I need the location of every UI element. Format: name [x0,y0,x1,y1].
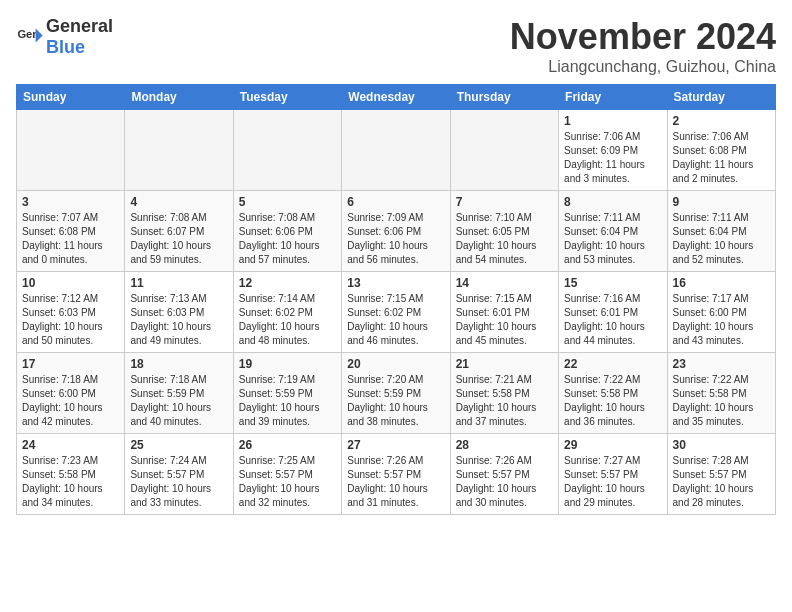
day-info: Sunrise: 7:26 AMSunset: 5:57 PMDaylight:… [456,454,553,510]
day-info: Sunrise: 7:16 AMSunset: 6:01 PMDaylight:… [564,292,661,348]
day-info: Sunrise: 7:25 AMSunset: 5:57 PMDaylight:… [239,454,336,510]
title-area: November 2024 Liangcunchang, Guizhou, Ch… [510,16,776,76]
calendar-cell: 3Sunrise: 7:07 AMSunset: 6:08 PMDaylight… [17,191,125,272]
day-info: Sunrise: 7:28 AMSunset: 5:57 PMDaylight:… [673,454,770,510]
calendar-cell: 30Sunrise: 7:28 AMSunset: 5:57 PMDayligh… [667,434,775,515]
day-number: 4 [130,195,227,209]
calendar-cell: 4Sunrise: 7:08 AMSunset: 6:07 PMDaylight… [125,191,233,272]
day-info: Sunrise: 7:21 AMSunset: 5:58 PMDaylight:… [456,373,553,429]
calendar-cell [125,110,233,191]
day-number: 9 [673,195,770,209]
calendar-cell: 10Sunrise: 7:12 AMSunset: 6:03 PMDayligh… [17,272,125,353]
calendar-cell: 7Sunrise: 7:10 AMSunset: 6:05 PMDaylight… [450,191,558,272]
calendar-cell: 17Sunrise: 7:18 AMSunset: 6:00 PMDayligh… [17,353,125,434]
day-info: Sunrise: 7:06 AMSunset: 6:08 PMDaylight:… [673,130,770,186]
calendar-cell: 5Sunrise: 7:08 AMSunset: 6:06 PMDaylight… [233,191,341,272]
day-number: 21 [456,357,553,371]
day-info: Sunrise: 7:18 AMSunset: 5:59 PMDaylight:… [130,373,227,429]
calendar-cell [17,110,125,191]
weekday-header-tuesday: Tuesday [233,85,341,110]
calendar-cell: 1Sunrise: 7:06 AMSunset: 6:09 PMDaylight… [559,110,667,191]
day-info: Sunrise: 7:26 AMSunset: 5:57 PMDaylight:… [347,454,444,510]
day-info: Sunrise: 7:22 AMSunset: 5:58 PMDaylight:… [673,373,770,429]
day-number: 18 [130,357,227,371]
day-number: 15 [564,276,661,290]
calendar-cell: 2Sunrise: 7:06 AMSunset: 6:08 PMDaylight… [667,110,775,191]
weekday-header-monday: Monday [125,85,233,110]
day-number: 22 [564,357,661,371]
day-info: Sunrise: 7:22 AMSunset: 5:58 PMDaylight:… [564,373,661,429]
logo-icon: Gen [16,23,44,51]
day-number: 25 [130,438,227,452]
calendar-cell: 21Sunrise: 7:21 AMSunset: 5:58 PMDayligh… [450,353,558,434]
page-header: Gen General Blue November 2024 Liangcunc… [16,16,776,76]
weekday-header-thursday: Thursday [450,85,558,110]
day-info: Sunrise: 7:14 AMSunset: 6:02 PMDaylight:… [239,292,336,348]
calendar-cell: 16Sunrise: 7:17 AMSunset: 6:00 PMDayligh… [667,272,775,353]
calendar-cell [450,110,558,191]
day-number: 5 [239,195,336,209]
day-number: 27 [347,438,444,452]
calendar-cell: 11Sunrise: 7:13 AMSunset: 6:03 PMDayligh… [125,272,233,353]
calendar-cell [342,110,450,191]
day-number: 8 [564,195,661,209]
weekday-header-saturday: Saturday [667,85,775,110]
day-info: Sunrise: 7:11 AMSunset: 6:04 PMDaylight:… [673,211,770,267]
day-info: Sunrise: 7:11 AMSunset: 6:04 PMDaylight:… [564,211,661,267]
calendar-week-row: 3Sunrise: 7:07 AMSunset: 6:08 PMDaylight… [17,191,776,272]
day-number: 11 [130,276,227,290]
day-number: 30 [673,438,770,452]
calendar-cell: 12Sunrise: 7:14 AMSunset: 6:02 PMDayligh… [233,272,341,353]
calendar-cell: 28Sunrise: 7:26 AMSunset: 5:57 PMDayligh… [450,434,558,515]
day-info: Sunrise: 7:18 AMSunset: 6:00 PMDaylight:… [22,373,119,429]
weekday-header-wednesday: Wednesday [342,85,450,110]
day-info: Sunrise: 7:10 AMSunset: 6:05 PMDaylight:… [456,211,553,267]
day-number: 16 [673,276,770,290]
day-info: Sunrise: 7:07 AMSunset: 6:08 PMDaylight:… [22,211,119,267]
day-number: 3 [22,195,119,209]
calendar-week-row: 1Sunrise: 7:06 AMSunset: 6:09 PMDaylight… [17,110,776,191]
calendar-cell: 27Sunrise: 7:26 AMSunset: 5:57 PMDayligh… [342,434,450,515]
calendar-cell [233,110,341,191]
day-info: Sunrise: 7:12 AMSunset: 6:03 PMDaylight:… [22,292,119,348]
day-number: 6 [347,195,444,209]
calendar-cell: 24Sunrise: 7:23 AMSunset: 5:58 PMDayligh… [17,434,125,515]
day-info: Sunrise: 7:27 AMSunset: 5:57 PMDaylight:… [564,454,661,510]
day-number: 20 [347,357,444,371]
calendar-cell: 22Sunrise: 7:22 AMSunset: 5:58 PMDayligh… [559,353,667,434]
day-info: Sunrise: 7:08 AMSunset: 6:06 PMDaylight:… [239,211,336,267]
day-info: Sunrise: 7:06 AMSunset: 6:09 PMDaylight:… [564,130,661,186]
day-info: Sunrise: 7:15 AMSunset: 6:02 PMDaylight:… [347,292,444,348]
day-info: Sunrise: 7:17 AMSunset: 6:00 PMDaylight:… [673,292,770,348]
calendar-cell: 29Sunrise: 7:27 AMSunset: 5:57 PMDayligh… [559,434,667,515]
day-number: 28 [456,438,553,452]
day-info: Sunrise: 7:15 AMSunset: 6:01 PMDaylight:… [456,292,553,348]
day-number: 23 [673,357,770,371]
weekday-header-sunday: Sunday [17,85,125,110]
calendar-header-row: SundayMondayTuesdayWednesdayThursdayFrid… [17,85,776,110]
month-year-title: November 2024 [510,16,776,58]
calendar-cell: 23Sunrise: 7:22 AMSunset: 5:58 PMDayligh… [667,353,775,434]
logo: Gen General Blue [16,16,113,58]
day-info: Sunrise: 7:19 AMSunset: 5:59 PMDaylight:… [239,373,336,429]
calendar-week-row: 10Sunrise: 7:12 AMSunset: 6:03 PMDayligh… [17,272,776,353]
calendar-cell: 8Sunrise: 7:11 AMSunset: 6:04 PMDaylight… [559,191,667,272]
calendar-cell: 26Sunrise: 7:25 AMSunset: 5:57 PMDayligh… [233,434,341,515]
calendar-cell: 9Sunrise: 7:11 AMSunset: 6:04 PMDaylight… [667,191,775,272]
day-number: 7 [456,195,553,209]
calendar-cell: 14Sunrise: 7:15 AMSunset: 6:01 PMDayligh… [450,272,558,353]
day-number: 19 [239,357,336,371]
day-number: 2 [673,114,770,128]
calendar-cell: 15Sunrise: 7:16 AMSunset: 6:01 PMDayligh… [559,272,667,353]
calendar-table: SundayMondayTuesdayWednesdayThursdayFrid… [16,84,776,515]
calendar-cell: 18Sunrise: 7:18 AMSunset: 5:59 PMDayligh… [125,353,233,434]
calendar-cell: 19Sunrise: 7:19 AMSunset: 5:59 PMDayligh… [233,353,341,434]
day-number: 17 [22,357,119,371]
weekday-header-friday: Friday [559,85,667,110]
day-number: 13 [347,276,444,290]
day-number: 26 [239,438,336,452]
calendar-cell: 6Sunrise: 7:09 AMSunset: 6:06 PMDaylight… [342,191,450,272]
day-number: 14 [456,276,553,290]
calendar-cell: 20Sunrise: 7:20 AMSunset: 5:59 PMDayligh… [342,353,450,434]
logo-blue-text: Blue [46,37,85,57]
